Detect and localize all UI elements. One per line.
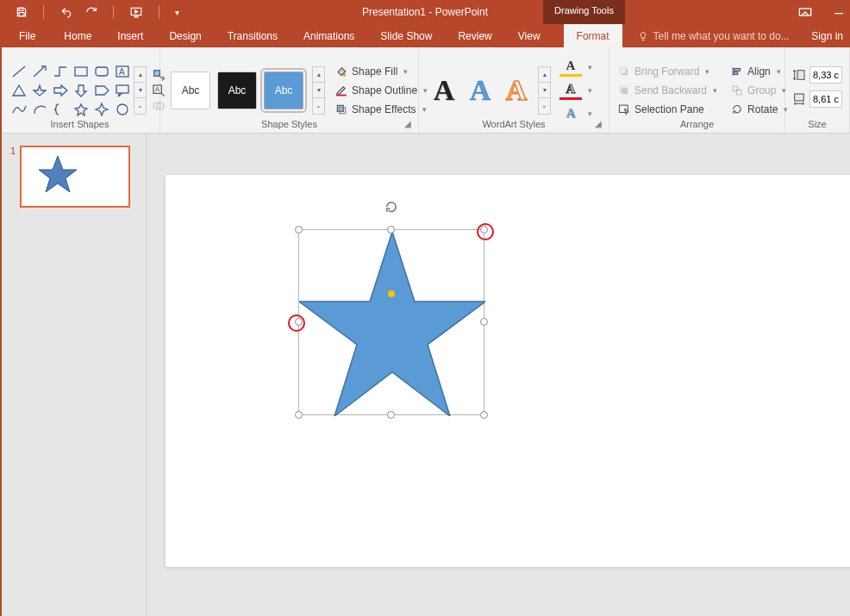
- shape-effects-button[interactable]: Shape Effects▾: [332, 102, 431, 117]
- shape-style-preset-1[interactable]: Abc: [171, 72, 210, 109]
- svg-rect-29: [736, 90, 741, 95]
- svg-rect-17: [336, 94, 347, 96]
- redo-icon[interactable]: [85, 6, 97, 18]
- svg-rect-6: [75, 67, 87, 76]
- text-outline-icon: A: [559, 81, 582, 100]
- resize-handle-tl[interactable]: [295, 226, 303, 233]
- style-gallery-scroll[interactable]: ▴▾⌄: [312, 66, 325, 115]
- gallery-scroll[interactable]: ▴▾⌄: [134, 66, 147, 115]
- shape-arrow-right-icon[interactable]: [52, 83, 69, 98]
- shape-star4-icon[interactable]: [93, 102, 110, 117]
- shape-diamond-icon[interactable]: [31, 83, 48, 98]
- svg-text:A: A: [155, 85, 159, 93]
- group-label-insert-shapes: Insert Shapes: [0, 119, 159, 129]
- tab-slideshow[interactable]: Slide Show: [367, 24, 445, 47]
- shape-circle-icon[interactable]: [114, 102, 131, 117]
- sign-in-link[interactable]: Sign in: [811, 24, 843, 47]
- main-area: 1: [2, 134, 850, 616]
- text-fill-icon: A: [559, 58, 582, 77]
- selection-pane-button[interactable]: Selection Pane: [615, 102, 721, 117]
- shape-star-icon[interactable]: [72, 102, 90, 117]
- svg-text:A: A: [119, 67, 125, 77]
- start-from-beginning-icon[interactable]: [129, 6, 143, 18]
- slide-canvas-area[interactable]: [147, 134, 850, 616]
- bring-forward-button: Bring Forward▾: [615, 64, 721, 79]
- shape-textbox-icon[interactable]: A: [114, 64, 131, 79]
- resize-handle-tm[interactable]: [387, 226, 395, 233]
- text-fill-button[interactable]: A▾: [556, 56, 596, 78]
- rotate-icon: [731, 103, 743, 115]
- wordart-launcher-icon[interactable]: ◢: [595, 119, 605, 129]
- shape-width-input[interactable]: [809, 90, 842, 108]
- svg-point-11: [117, 104, 128, 115]
- group-label-wordart: WordArt Styles: [419, 119, 609, 129]
- resize-handle-bm[interactable]: [387, 411, 395, 419]
- resize-handle-bl[interactable]: [295, 411, 303, 419]
- shape-arrow-line-icon[interactable]: [31, 64, 48, 79]
- undo-icon[interactable]: [59, 6, 73, 18]
- shape-pentagon-arrow-icon[interactable]: [93, 83, 110, 98]
- shape-style-preset-2[interactable]: Abc: [217, 72, 257, 109]
- align-button[interactable]: Align▾: [728, 64, 791, 79]
- slide-thumbnail[interactable]: [20, 146, 130, 208]
- quick-access-toolbar: ▾: [0, 5, 179, 19]
- minimize-icon[interactable]: –: [834, 9, 843, 15]
- group-button: Group▾: [728, 83, 791, 98]
- wordart-preset-1[interactable]: A: [426, 72, 462, 109]
- shape-brace-icon[interactable]: [52, 102, 69, 117]
- shape-triangle-icon[interactable]: [10, 83, 28, 98]
- shape-outline-button[interactable]: Shape Outline▾: [332, 83, 431, 98]
- shape-adjust-handle[interactable]: [388, 290, 395, 297]
- shape-styles-launcher-icon[interactable]: ◢: [404, 119, 415, 129]
- shape-line-icon[interactable]: [10, 64, 28, 79]
- tab-file[interactable]: File: [0, 24, 51, 47]
- height-icon: [792, 68, 806, 82]
- shape-callout-icon[interactable]: [114, 83, 131, 98]
- ribbon-display-icon[interactable]: [798, 7, 812, 17]
- pen-outline-icon: [335, 84, 347, 96]
- svg-rect-18: [337, 105, 343, 111]
- bring-forward-icon: [618, 65, 630, 78]
- svg-marker-33: [299, 232, 485, 416]
- svg-rect-27: [734, 72, 738, 74]
- shape-curve-icon[interactable]: [10, 102, 28, 117]
- resize-handle-br[interactable]: [480, 411, 488, 419]
- wordart-preset-3[interactable]: A: [498, 72, 534, 109]
- rotate-handle-icon[interactable]: [384, 199, 399, 215]
- shape-gallery[interactable]: A: [10, 64, 131, 117]
- tab-transitions[interactable]: Transitions: [215, 24, 291, 47]
- shape-selection-box[interactable]: [298, 229, 484, 415]
- shape-arrow-down-icon[interactable]: [72, 83, 90, 98]
- tab-format[interactable]: Format: [564, 24, 622, 47]
- shape-elbow-icon[interactable]: [52, 64, 69, 79]
- resize-handle-mr[interactable]: [480, 318, 488, 326]
- text-outline-button[interactable]: A▾: [556, 79, 596, 102]
- height-input-row: [792, 66, 842, 84]
- bucket-icon: [335, 65, 347, 78]
- save-icon[interactable]: [16, 6, 28, 18]
- wordart-gallery-scroll[interactable]: ▴▾⌄: [538, 66, 551, 115]
- svg-rect-7: [96, 67, 108, 76]
- rotate-button[interactable]: Rotate▾: [728, 102, 791, 117]
- shape-height-input[interactable]: [809, 66, 842, 84]
- wordart-preset-2[interactable]: A: [462, 72, 498, 109]
- tab-home[interactable]: Home: [51, 24, 104, 47]
- ribbon: A ▴▾⌄ A Insert Shapes: [0, 47, 850, 134]
- shape-rounded-rect-icon[interactable]: [93, 64, 110, 79]
- shape-rectangle-icon[interactable]: [72, 64, 90, 79]
- size-launcher-icon[interactable]: [832, 119, 842, 129]
- width-input-row: [792, 90, 842, 108]
- tab-design[interactable]: Design: [156, 24, 214, 47]
- shape-fill-button[interactable]: Shape Fill▾: [332, 64, 431, 79]
- tab-animations[interactable]: Animations: [291, 24, 367, 47]
- shape-style-preset-3[interactable]: Abc: [264, 72, 303, 109]
- tab-review[interactable]: Review: [445, 24, 504, 47]
- tell-me-placeholder: Tell me what you want to do...: [653, 30, 790, 42]
- qat-customize-icon[interactable]: ▾: [175, 8, 179, 17]
- slide-canvas[interactable]: [166, 175, 850, 567]
- tell-me-search[interactable]: Tell me what you want to do...: [622, 24, 790, 47]
- tab-view[interactable]: View: [505, 24, 553, 47]
- tab-insert[interactable]: Insert: [104, 24, 156, 47]
- send-backward-button: Send Backward▾: [615, 83, 721, 98]
- shape-arc-icon[interactable]: [31, 102, 48, 117]
